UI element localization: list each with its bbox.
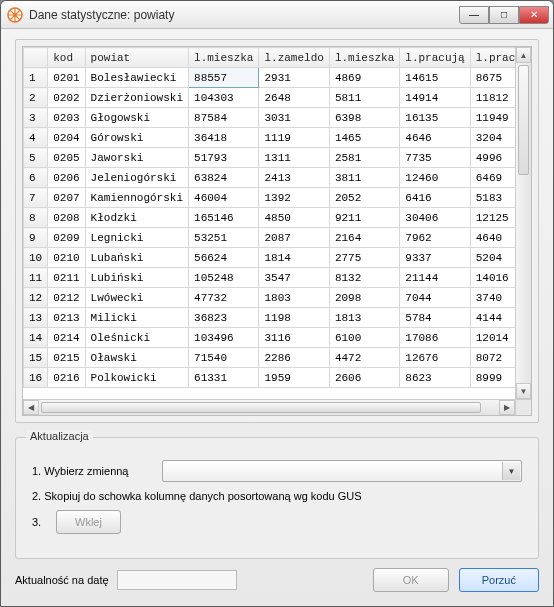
minimize-button[interactable]: — bbox=[459, 6, 489, 24]
table-cell[interactable]: 5204 bbox=[470, 248, 515, 268]
table-cell[interactable]: 4646 bbox=[400, 128, 470, 148]
table-row[interactable]: 30203Głogowski87584303163981613511949 bbox=[24, 108, 516, 128]
table-cell[interactable]: 6416 bbox=[400, 188, 470, 208]
table-cell[interactable]: 2413 bbox=[259, 168, 329, 188]
table-cell[interactable]: 4640 bbox=[470, 228, 515, 248]
table-cell[interactable]: 2164 bbox=[329, 228, 399, 248]
table-cell[interactable]: Jeleniogórski bbox=[85, 168, 188, 188]
table-cell[interactable]: 2775 bbox=[329, 248, 399, 268]
table-cell[interactable]: 87584 bbox=[189, 108, 259, 128]
table-row[interactable]: 140214Oleśnicki103496311661001708612014 bbox=[24, 328, 516, 348]
column-header[interactable]: kod bbox=[48, 48, 85, 68]
table-cell[interactable]: 8675 bbox=[470, 68, 515, 88]
table-cell[interactable]: 61331 bbox=[189, 368, 259, 388]
cancel-button[interactable]: Porzuć bbox=[459, 568, 539, 592]
table-cell[interactable]: Głogowski bbox=[85, 108, 188, 128]
table-cell[interactable]: 0215 bbox=[48, 348, 85, 368]
table-row[interactable]: 110211Lubiński105248354781322114414016 bbox=[24, 268, 516, 288]
vertical-scrollbar[interactable]: ▲ ▼ bbox=[515, 47, 531, 399]
scroll-right-arrow[interactable]: ▶ bbox=[499, 400, 515, 415]
table-cell[interactable]: 8623 bbox=[400, 368, 470, 388]
table-cell[interactable]: 8132 bbox=[329, 268, 399, 288]
table-cell[interactable]: 3204 bbox=[470, 128, 515, 148]
table-cell[interactable]: 17086 bbox=[400, 328, 470, 348]
table-cell[interactable]: Lwówecki bbox=[85, 288, 188, 308]
row-header[interactable]: 7 bbox=[24, 188, 48, 208]
table-row[interactable]: 90209Legnicki532512087216479624640 bbox=[24, 228, 516, 248]
table-cell[interactable]: 0216 bbox=[48, 368, 85, 388]
column-header[interactable]: l.pracu bbox=[470, 48, 515, 68]
paste-button[interactable]: Wklej bbox=[56, 510, 121, 534]
row-header[interactable]: 10 bbox=[24, 248, 48, 268]
table-cell[interactable]: 7962 bbox=[400, 228, 470, 248]
table-cell[interactable]: Legnicki bbox=[85, 228, 188, 248]
row-header[interactable]: 13 bbox=[24, 308, 48, 328]
table-cell[interactable]: Bolesławiecki bbox=[85, 68, 188, 88]
table-cell[interactable]: 0205 bbox=[48, 148, 85, 168]
table-cell[interactable]: 0204 bbox=[48, 128, 85, 148]
column-header[interactable]: powiat bbox=[85, 48, 188, 68]
table-cell[interactable]: 1813 bbox=[329, 308, 399, 328]
row-header[interactable]: 11 bbox=[24, 268, 48, 288]
table-cell[interactable]: 4869 bbox=[329, 68, 399, 88]
table-cell[interactable]: 14016 bbox=[470, 268, 515, 288]
table-cell[interactable]: 0209 bbox=[48, 228, 85, 248]
table-cell[interactable]: Dzierżoniowski bbox=[85, 88, 188, 108]
table-cell[interactable]: 1119 bbox=[259, 128, 329, 148]
table-cell[interactable]: 103496 bbox=[189, 328, 259, 348]
table-cell[interactable]: 14914 bbox=[400, 88, 470, 108]
table-cell[interactable]: 1959 bbox=[259, 368, 329, 388]
row-header[interactable]: 4 bbox=[24, 128, 48, 148]
table-cell[interactable]: 4996 bbox=[470, 148, 515, 168]
table-cell[interactable]: 30406 bbox=[400, 208, 470, 228]
table-cell[interactable]: 2087 bbox=[259, 228, 329, 248]
table-cell[interactable]: 0207 bbox=[48, 188, 85, 208]
table-cell[interactable]: 5811 bbox=[329, 88, 399, 108]
table-cell[interactable]: 1392 bbox=[259, 188, 329, 208]
row-header[interactable]: 16 bbox=[24, 368, 48, 388]
table-row[interactable]: 70207Kamiennogórski460041392205264165183 bbox=[24, 188, 516, 208]
ok-button[interactable]: OK bbox=[373, 568, 449, 592]
table-cell[interactable]: 6398 bbox=[329, 108, 399, 128]
table-cell[interactable]: 56624 bbox=[189, 248, 259, 268]
table-cell[interactable]: 36823 bbox=[189, 308, 259, 328]
row-header[interactable]: 14 bbox=[24, 328, 48, 348]
table-cell[interactable]: Kamiennogórski bbox=[85, 188, 188, 208]
row-header[interactable]: 12 bbox=[24, 288, 48, 308]
table-cell[interactable]: 0210 bbox=[48, 248, 85, 268]
table-cell[interactable]: 3547 bbox=[259, 268, 329, 288]
table-row[interactable]: 100210Lubański566241814277593375204 bbox=[24, 248, 516, 268]
row-header[interactable]: 8 bbox=[24, 208, 48, 228]
vscroll-thumb[interactable] bbox=[518, 65, 529, 175]
table-cell[interactable]: 3811 bbox=[329, 168, 399, 188]
table-cell[interactable]: 2286 bbox=[259, 348, 329, 368]
table-row[interactable]: 20202Dzierżoniowski104303264858111491411… bbox=[24, 88, 516, 108]
table-cell[interactable]: Oleśnicki bbox=[85, 328, 188, 348]
row-header[interactable]: 6 bbox=[24, 168, 48, 188]
table-cell[interactable]: Jaworski bbox=[85, 148, 188, 168]
table-cell[interactable]: 1311 bbox=[259, 148, 329, 168]
column-header[interactable]: l.mieszka bbox=[189, 48, 259, 68]
table-cell[interactable]: 0202 bbox=[48, 88, 85, 108]
table-cell[interactable]: 7735 bbox=[400, 148, 470, 168]
close-button[interactable]: ✕ bbox=[519, 6, 549, 24]
chevron-down-icon[interactable]: ▼ bbox=[502, 462, 520, 480]
variable-combobox[interactable]: ▼ bbox=[162, 460, 522, 482]
table-row[interactable]: 10201Bolesławiecki8855729314869146158675 bbox=[24, 68, 516, 88]
table-cell[interactable]: 165146 bbox=[189, 208, 259, 228]
table-cell[interactable]: 88557 bbox=[189, 68, 259, 88]
table-cell[interactable]: 4850 bbox=[259, 208, 329, 228]
scroll-left-arrow[interactable]: ◀ bbox=[23, 400, 39, 415]
table-cell[interactable]: Kłodzki bbox=[85, 208, 188, 228]
table-cell[interactable]: 11812 bbox=[470, 88, 515, 108]
column-header[interactable]: l.zameldo bbox=[259, 48, 329, 68]
table-cell[interactable]: 12125 bbox=[470, 208, 515, 228]
table-cell[interactable]: 9337 bbox=[400, 248, 470, 268]
table-cell[interactable]: 7044 bbox=[400, 288, 470, 308]
table-cell[interactable]: 12014 bbox=[470, 328, 515, 348]
table-cell[interactable]: 3116 bbox=[259, 328, 329, 348]
table-row[interactable]: 120212Lwówecki477321803209870443740 bbox=[24, 288, 516, 308]
table-cell[interactable]: 4472 bbox=[329, 348, 399, 368]
table-cell[interactable]: 1465 bbox=[329, 128, 399, 148]
table-cell[interactable]: 0201 bbox=[48, 68, 85, 88]
